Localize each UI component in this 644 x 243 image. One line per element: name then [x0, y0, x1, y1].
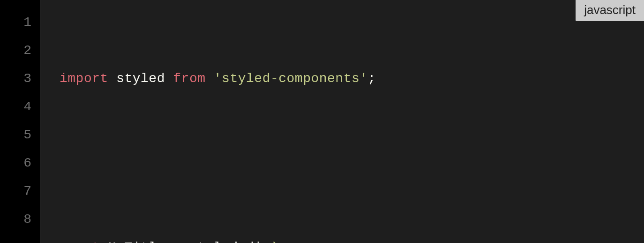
- line-number: 6: [6, 149, 31, 177]
- line-number: 3: [6, 65, 31, 93]
- code-line: [60, 149, 635, 177]
- line-number: 5: [6, 121, 31, 149]
- token-keyword: from: [173, 71, 205, 86]
- line-number: 7: [6, 177, 31, 205]
- token-space: [206, 71, 214, 86]
- line-number: 2: [6, 37, 31, 65]
- token-space: [165, 71, 173, 86]
- token-backtick: `: [270, 240, 278, 243]
- code-line: import styled from 'styled-components';: [60, 65, 635, 93]
- token-identifier: styled: [116, 71, 165, 86]
- line-number: 8: [6, 205, 31, 234]
- line-number: 1: [6, 8, 31, 37]
- token-keyword: const: [60, 240, 100, 243]
- token-keyword: import: [60, 71, 108, 86]
- line-number: 4: [6, 93, 31, 121]
- token-string: 'styled-components': [214, 71, 368, 86]
- token-operator: =: [173, 240, 181, 243]
- token-space: [181, 240, 189, 243]
- token-call: styled.div: [189, 240, 270, 243]
- token-space: [100, 240, 108, 243]
- code-line: const MyTitle = styled.div`: [60, 234, 635, 243]
- token-identifier: MyTitle: [108, 240, 165, 243]
- language-badge: javascript: [576, 0, 644, 21]
- line-number-gutter: 1 2 3 4 5 6 7 8: [0, 0, 40, 243]
- token-space: [165, 240, 173, 243]
- code-editor: 1 2 3 4 5 6 7 8 import styled from 'styl…: [0, 0, 644, 243]
- token-space: [108, 71, 116, 86]
- token-punct: ;: [368, 71, 376, 86]
- gutter-separator: [40, 0, 50, 243]
- code-content[interactable]: import styled from 'styled-components'; …: [50, 0, 644, 243]
